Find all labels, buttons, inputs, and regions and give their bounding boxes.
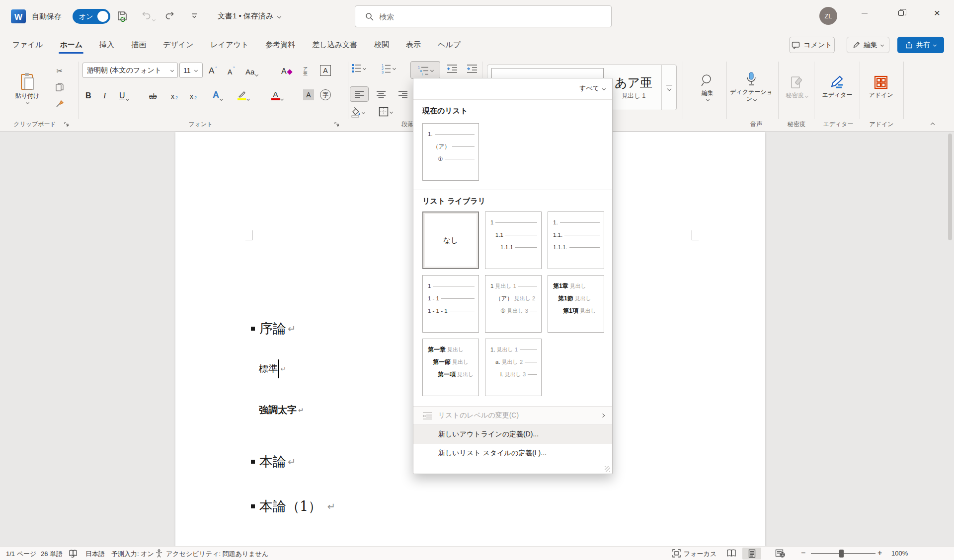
resize-grip[interactable] <box>605 466 610 472</box>
library-tile-7[interactable]: 第一章見出し第一節見出し第一項見出し <box>422 339 479 396</box>
doc-line-heading-body-1[interactable]: 本論（1） ↵ <box>251 497 335 515</box>
document-title[interactable]: 文書1 • 保存済み <box>218 11 281 21</box>
editor-button[interactable]: エディター <box>822 61 853 113</box>
customize-toolbar-icon[interactable] <box>191 12 198 19</box>
restore-button[interactable] <box>888 0 914 26</box>
word-count[interactable]: 26 単語 <box>41 550 63 559</box>
tab-references[interactable]: 参考資料 <box>257 34 304 56</box>
web-layout-icon[interactable] <box>775 549 785 558</box>
tab-insert[interactable]: 挿入 <box>91 34 123 56</box>
align-center-button[interactable] <box>372 86 391 102</box>
align-right-button[interactable] <box>394 86 412 102</box>
doc-line-bold-text[interactable]: 強調太字↵ <box>251 404 304 417</box>
print-layout-button[interactable] <box>742 548 761 560</box>
enclose-characters-button[interactable]: 字 <box>320 87 331 101</box>
font-name-select[interactable]: 游明朝 (本文のフォント <box>82 63 178 78</box>
superscript-button[interactable]: x2 <box>190 87 197 101</box>
tab-mailings[interactable]: 差し込み文書 <box>304 34 366 56</box>
tab-design[interactable]: デザイン <box>155 34 202 56</box>
style-tile-heading1[interactable]: あア亜 見出し 1 <box>608 68 659 107</box>
italic-button[interactable]: I <box>103 87 106 101</box>
dictation-button[interactable]: ディクテーション <box>729 61 773 113</box>
numbering-button[interactable]: 123 <box>381 63 396 73</box>
doc-line-heading-body[interactable]: 本論↵ <box>251 453 296 471</box>
shrink-font-button[interactable]: Aˇ <box>228 63 235 77</box>
library-tile-8[interactable]: 1.見出し 1a.見出し 2i.見出し 3 <box>485 339 542 396</box>
library-tile-2[interactable]: 11.11.1.1 <box>485 211 542 269</box>
close-button[interactable]: × <box>924 0 950 26</box>
vertical-scrollbar[interactable] <box>948 134 953 544</box>
zoom-slider-thumb[interactable] <box>839 550 844 558</box>
cut-icon[interactable]: ✂ <box>51 65 69 77</box>
menu-item-change-list-level[interactable]: リストのレベルの変更(C) <box>413 406 612 425</box>
comments-button[interactable]: コメント <box>789 37 835 53</box>
redo-icon[interactable] <box>165 10 176 21</box>
scrollbar-thumb[interactable] <box>948 134 952 240</box>
zoom-in-button[interactable]: + <box>877 549 882 558</box>
avatar[interactable]: ZL <box>819 7 837 25</box>
highlight-color-button[interactable] <box>238 87 249 101</box>
editing-mode-button[interactable]: 編集 <box>847 37 889 53</box>
library-tile-1[interactable]: なし <box>422 211 479 269</box>
bullets-button[interactable] <box>351 63 366 73</box>
save-icon[interactable] <box>116 10 128 22</box>
clear-formatting-button[interactable]: A <box>281 63 292 77</box>
tab-file[interactable]: ファイル <box>4 34 51 56</box>
font-size-select[interactable]: 11 <box>179 63 203 78</box>
align-left-button[interactable] <box>350 86 369 102</box>
copy-icon[interactable] <box>51 80 69 93</box>
editing-find-button[interactable]: 編集 <box>692 61 723 113</box>
share-button[interactable]: 共有 <box>897 37 944 53</box>
accessibility-icon[interactable] <box>155 549 163 558</box>
scope-selector[interactable]: すべて <box>579 84 605 93</box>
current-list-tile[interactable]: 1.（ア）① <box>422 123 479 181</box>
undo-chevron-icon[interactable] <box>152 18 156 21</box>
ime-prediction-indicator[interactable]: 予測入力: オン <box>111 550 154 559</box>
font-dialog-launcher-icon[interactable] <box>334 122 340 128</box>
tab-review[interactable]: 校閲 <box>366 34 398 56</box>
word-app-icon[interactable]: W <box>10 8 27 25</box>
library-tile-3[interactable]: 1.1.1.1.1.1. <box>548 211 604 269</box>
tab-help[interactable]: ヘルプ <box>429 34 469 56</box>
borders-button[interactable] <box>379 107 393 117</box>
tab-view[interactable]: 表示 <box>398 34 429 56</box>
library-tile-5[interactable]: 1見出し 1（ア）見出し 2①見出し 3 <box>485 275 542 333</box>
accessibility-status[interactable]: アクセシビリティ: 問題ありません <box>166 550 268 559</box>
sensitivity-button[interactable]: 秘密度 <box>783 61 811 113</box>
addins-button[interactable]: アドイン <box>866 61 896 113</box>
tab-draw[interactable]: 描画 <box>123 34 155 56</box>
undo-icon[interactable] <box>140 10 155 21</box>
change-case-button[interactable]: Aa <box>245 63 258 77</box>
underline-button[interactable]: U <box>119 87 129 101</box>
collapse-ribbon-icon[interactable] <box>931 123 935 127</box>
zoom-level[interactable]: 100% <box>891 550 908 557</box>
phonetic-guide-button[interactable]: ア亜 <box>303 63 308 77</box>
multilevel-list-button[interactable]: 1ai <box>410 61 440 79</box>
search-input[interactable] <box>379 12 568 21</box>
text-effects-button[interactable]: A <box>213 87 223 101</box>
increase-indent-button[interactable] <box>466 64 478 73</box>
library-tile-4[interactable]: 11 - 11 - 1 - 1 <box>422 275 479 333</box>
library-tile-6[interactable]: 第1章見出し第1節見出し第1項見出し <box>548 275 604 333</box>
page-indicator[interactable]: 1/1 ページ <box>6 550 36 559</box>
bold-button[interactable]: B <box>85 87 91 101</box>
read-mode-icon[interactable] <box>726 549 736 557</box>
font-color-button[interactable]: A <box>271 87 283 101</box>
subscript-button[interactable]: x2 <box>171 87 178 101</box>
paste-button[interactable]: 貼り付け <box>12 62 43 114</box>
strikethrough-button[interactable]: ab <box>149 87 157 101</box>
menu-item-define-new-list-style[interactable]: 新しいリスト スタイルの定義(L)... <box>413 444 612 463</box>
doc-line-normal-text[interactable]: 標準↵ <box>251 359 286 378</box>
clipboard-dialog-launcher-icon[interactable] <box>64 122 70 128</box>
decrease-indent-button[interactable] <box>446 64 458 73</box>
shading-button[interactable] <box>350 107 365 118</box>
spellcheck-icon[interactable] <box>69 549 78 558</box>
minimize-button[interactable] <box>852 0 877 26</box>
styles-more-button[interactable] <box>661 65 676 110</box>
grow-font-button[interactable]: Aˆ <box>209 63 217 77</box>
character-shading-button[interactable]: A <box>303 87 314 101</box>
tab-layout[interactable]: レイアウト <box>202 34 257 56</box>
focus-icon[interactable] <box>672 549 681 558</box>
doc-line-heading-intro[interactable]: 序論↵ <box>251 320 296 338</box>
focus-mode[interactable]: フォーカス <box>684 550 716 559</box>
